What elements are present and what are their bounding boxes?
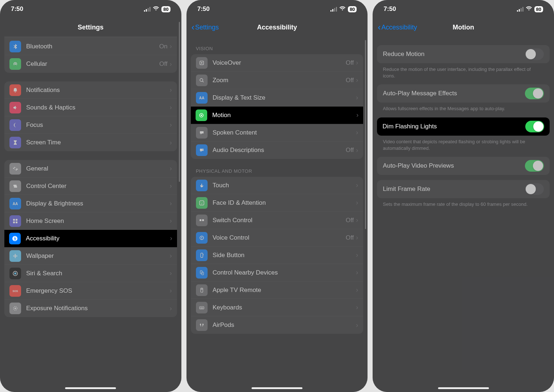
group-reduce-motion: Reduce Motion [377, 45, 550, 63]
svg-point-9 [15, 257, 16, 258]
row-label: Face ID & Attention [213, 199, 356, 207]
row-display-brightness[interactable]: AADisplay & Brightness› [4, 195, 177, 212]
row-label: Exposure Notifications [26, 305, 170, 312]
chevron-right-icon: › [170, 252, 172, 260]
row-accessibility[interactable]: Accessibility› [4, 230, 177, 247]
back-label: Accessibility [381, 24, 417, 31]
footnote-limit-frame-rate: Sets the maximum frame rate of the displ… [377, 198, 550, 208]
row-voiceover[interactable]: VoiceOverOff› [191, 54, 364, 72]
toggle-limit-frame-rate[interactable] [525, 183, 544, 195]
svg-text:AA: AA [13, 202, 18, 206]
row-face-id-attention[interactable]: Face ID & Attention› [191, 194, 364, 212]
row-switch-control[interactable]: Switch ControlOff› [191, 212, 364, 229]
row-control-center[interactable]: Control Center› [4, 177, 177, 195]
status-right: 80 [517, 5, 543, 13]
row-emergency-sos[interactable]: SOSEmergency SOS› [4, 282, 177, 300]
chevron-right-icon: › [356, 286, 358, 294]
chevron-right-icon: › [356, 76, 358, 84]
home-indicator[interactable] [65, 387, 116, 389]
group-limit-frame-rate: Limit Frame Rate [377, 180, 550, 198]
row-value: Off [346, 59, 354, 67]
row-touch[interactable]: Touch› [191, 177, 364, 194]
accessibility-icon [9, 233, 21, 244]
wifi-icon [526, 5, 532, 13]
row-apple-tv-remote[interactable]: Apple TV Remote› [191, 281, 364, 299]
row-cellular[interactable]: CellularOff› [4, 55, 177, 73]
toggle-auto-play-message-effects[interactable] [525, 88, 544, 99]
row-keyboards[interactable]: Keyboards› [191, 299, 364, 316]
svg-point-36 [201, 288, 202, 289]
row-exposure-notifications[interactable]: Exposure Notifications› [4, 300, 177, 317]
home-indicator[interactable] [252, 387, 302, 389]
aa-icon: AA [196, 92, 208, 104]
bell-icon [9, 84, 21, 96]
svg-point-11 [16, 255, 17, 257]
appletv-icon [196, 284, 208, 296]
row-home-screen[interactable]: Home Screen› [4, 212, 177, 230]
nav-bar: Settings [0, 18, 181, 36]
accessibility-content[interactable]: VISION VoiceOverOff›ZoomOff›AADisplay & … [186, 36, 368, 392]
scroll-indicator [179, 22, 180, 182]
row-label: Focus [26, 121, 170, 129]
chevron-right-icon: › [170, 305, 172, 312]
row-value: Off [346, 234, 354, 241]
row-label: Auto-Play Video Previews [383, 162, 525, 169]
back-button[interactable]: ‹ Accessibility [378, 23, 417, 32]
chevron-right-icon: › [170, 269, 172, 277]
row-label: Cellular [26, 60, 159, 68]
chevron-right-icon: › [170, 60, 172, 68]
row-label: Dim Flashing Lights [382, 123, 525, 130]
row-dim-flashing-lights[interactable]: Dim Flashing Lights [377, 117, 550, 136]
row-focus[interactable]: Focus› [4, 116, 177, 134]
row-label: Touch [213, 182, 356, 189]
row-label: Switch Control [213, 217, 346, 224]
row-audio-descriptions[interactable]: Audio DescriptionsOff› [191, 141, 364, 159]
settings-content[interactable]: Wi-FiChasing Rainbows 5G›BluetoothOn›Cel… [0, 36, 181, 392]
row-limit-frame-rate[interactable]: Limit Frame Rate [377, 180, 550, 198]
row-bluetooth[interactable]: BluetoothOn› [4, 38, 177, 55]
row-motion[interactable]: Motion› [191, 107, 364, 124]
row-zoom[interactable]: ZoomOff› [191, 72, 364, 89]
motion-content[interactable]: Reduce MotionReduce the motion of the us… [373, 36, 554, 392]
footnote-reduce-motion: Reduce the motion of the user interface,… [377, 63, 550, 79]
svg-rect-30 [201, 237, 202, 238]
toggle-reduce-motion[interactable] [525, 48, 544, 60]
group-auto-play-message-effects: Auto-Play Message Effects [377, 84, 550, 103]
row-siri-search[interactable]: Siri & Search› [4, 265, 177, 282]
row-reduce-motion[interactable]: Reduce Motion [377, 45, 550, 63]
group-dim-flashing-lights: Dim Flashing Lights [377, 117, 550, 136]
chevron-right-icon: › [356, 216, 358, 224]
chevron-right-icon: › [170, 235, 172, 242]
group-vision: VoiceOverOff›ZoomOff›AADisplay & Text Si… [191, 54, 364, 159]
wifi-icon [153, 5, 159, 13]
row-screen-time[interactable]: Screen Time› [4, 134, 177, 151]
row-sounds-haptics[interactable]: Sounds & Haptics› [4, 99, 177, 116]
home-indicator[interactable] [438, 387, 489, 389]
row-auto-play-video-previews[interactable]: Auto-Play Video Previews [377, 157, 550, 175]
chevron-right-icon: › [170, 104, 172, 111]
row-spoken-content[interactable]: Spoken Content› [191, 124, 364, 141]
sidebutton-icon [196, 249, 208, 261]
bluetooth-icon [9, 41, 21, 52]
toggle-auto-play-video-previews[interactable] [525, 160, 544, 172]
chevron-right-icon: › [356, 59, 358, 67]
toggle-dim-flashing-lights[interactable] [525, 121, 544, 132]
row-value: Off [159, 60, 167, 68]
chevron-right-icon: › [170, 139, 172, 147]
row-control-nearby-devices[interactable]: Control Nearby Devices› [191, 264, 364, 281]
footnote-auto-play-message-effects: Allows fullscreen effects in the Message… [377, 103, 550, 112]
row-side-button[interactable]: Side Button› [191, 247, 364, 264]
row-wallpaper[interactable]: Wallpaper› [4, 247, 177, 265]
page-title: Accessibility [257, 24, 297, 31]
section-header-physical: PHYSICAL AND MOTOR [191, 159, 364, 177]
row-notifications[interactable]: Notifications› [4, 81, 177, 99]
back-button[interactable]: ‹ Settings [192, 23, 219, 32]
status-bar: 7:50 80 [0, 0, 181, 18]
row-airpods[interactable]: AirPods› [191, 316, 364, 334]
group-physical: Touch›Face ID & Attention›Switch Control… [191, 177, 364, 334]
row-auto-play-message-effects[interactable]: Auto-Play Message Effects [377, 84, 550, 103]
row-general[interactable]: General› [4, 160, 177, 177]
row-display-text-size[interactable]: AADisplay & Text Size› [191, 89, 364, 107]
row-label: Control Nearby Devices [213, 269, 356, 276]
row-voice-control[interactable]: Voice ControlOff› [191, 229, 364, 247]
